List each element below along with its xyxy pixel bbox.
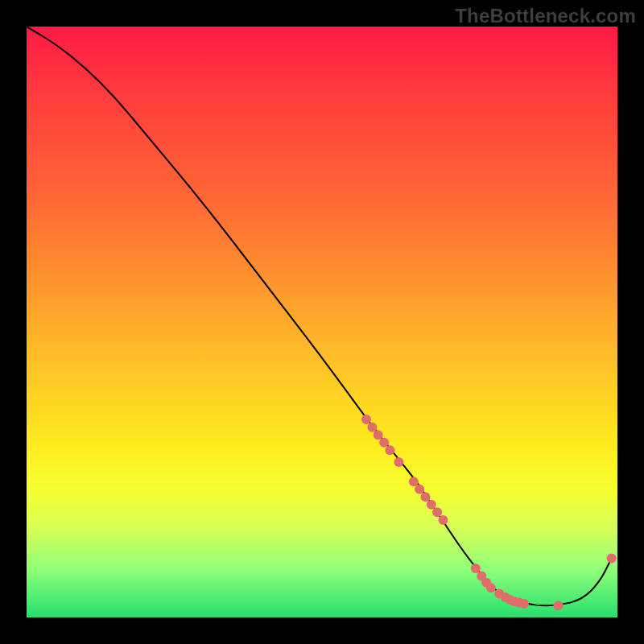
data-marker	[374, 430, 383, 440]
data-marker	[415, 485, 424, 494]
curve-markers	[361, 415, 617, 610]
data-marker	[439, 515, 448, 525]
chart-frame: TheBottleneck.com	[0, 0, 644, 644]
data-marker	[421, 492, 431, 502]
data-marker	[519, 599, 529, 609]
watermark-label: TheBottleneck.com	[455, 5, 636, 27]
data-marker	[394, 457, 403, 467]
data-marker	[554, 601, 564, 610]
data-marker	[432, 507, 442, 517]
bottleneck-curve	[27, 27, 612, 605]
curve-layer	[27, 27, 617, 617]
data-marker	[486, 583, 496, 592]
data-marker	[379, 438, 389, 448]
data-marker	[385, 445, 394, 455]
data-marker	[367, 423, 377, 432]
data-marker	[361, 415, 371, 424]
data-marker	[409, 477, 419, 486]
data-marker	[427, 500, 436, 510]
data-marker	[607, 554, 617, 564]
data-marker	[471, 564, 481, 573]
plot-area	[27, 27, 617, 617]
